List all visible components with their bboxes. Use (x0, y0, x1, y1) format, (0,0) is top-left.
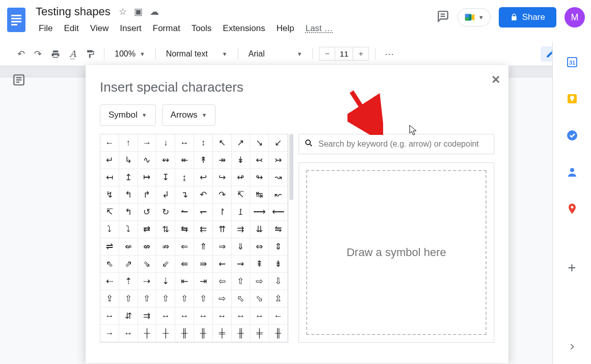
character-cell[interactable]: ↱ (138, 186, 157, 204)
character-cell[interactable]: ↖ (213, 134, 232, 152)
character-cell[interactable]: ┼ (138, 325, 157, 342)
character-cell[interactable]: ↴ (175, 186, 194, 204)
character-cell[interactable]: ↔ (232, 307, 251, 325)
meet-button[interactable]: ▼ (458, 8, 491, 26)
character-cell[interactable]: ↧ (156, 169, 175, 186)
character-cell[interactable]: ⇔ (250, 238, 269, 256)
character-cell[interactable]: ↥ (119, 169, 138, 186)
character-cell[interactable]: ↼ (175, 204, 194, 221)
character-cell[interactable]: ⇎ (138, 238, 157, 256)
character-cell[interactable]: ⇐ (175, 238, 194, 256)
character-cell[interactable]: ↑ (119, 134, 138, 152)
character-cell[interactable]: ↯ (100, 186, 119, 204)
character-cell[interactable]: ↸ (100, 204, 119, 221)
menu-edit[interactable]: Edit (59, 21, 84, 36)
print-button[interactable] (48, 47, 63, 61)
keep-app-icon[interactable] (566, 93, 578, 107)
character-cell[interactable]: ⇩ (269, 273, 288, 290)
character-cell[interactable]: ⇧ (119, 290, 138, 307)
menu-format[interactable]: Format (148, 21, 185, 36)
character-cell[interactable]: ↞ (175, 152, 194, 169)
decrease-font-button[interactable]: − (319, 49, 335, 59)
character-cell[interactable]: ⇟ (269, 256, 288, 273)
character-cell[interactable]: ∿ (138, 152, 157, 169)
character-cell[interactable]: ⇜ (213, 256, 232, 273)
character-cell[interactable]: ⇵ (119, 307, 138, 325)
character-cell[interactable]: ↳ (119, 152, 138, 169)
close-dialog-button[interactable]: ✕ (491, 73, 500, 87)
character-cell[interactable]: ← (269, 307, 288, 325)
character-cell[interactable]: ⇨ (250, 273, 269, 290)
character-cell[interactable]: ← (100, 134, 119, 152)
character-cell[interactable]: ⇌ (100, 238, 119, 256)
character-cell[interactable]: ↰ (119, 204, 138, 221)
character-cell[interactable]: ╫ (194, 325, 213, 342)
character-cell[interactable]: ↭ (156, 152, 175, 169)
character-cell[interactable]: ⟶ (250, 204, 269, 221)
character-cell[interactable]: ⇡ (119, 273, 138, 290)
character-cell[interactable]: ⇑ (194, 238, 213, 256)
character-cell[interactable]: ⇄ (138, 221, 157, 238)
font-select[interactable]: Arial ▼ (245, 49, 307, 59)
character-cell[interactable]: ↔ (175, 307, 194, 325)
search-input[interactable] (318, 139, 489, 149)
share-button[interactable]: Share (499, 7, 556, 27)
character-cell[interactable]: ↶ (194, 186, 213, 204)
character-cell[interactable]: ↔ (213, 307, 232, 325)
character-cell[interactable]: ⇅ (156, 221, 175, 238)
character-cell[interactable]: ⇧ (194, 290, 213, 307)
character-cell[interactable]: ↻ (156, 204, 175, 221)
character-cell[interactable]: ↹ (250, 186, 269, 204)
character-cell[interactable]: ╫ (175, 325, 194, 342)
character-cell[interactable]: ↠ (213, 152, 232, 169)
add-addon-button[interactable]: + (568, 260, 576, 276)
menu-insert[interactable]: Insert (115, 21, 147, 36)
character-cell[interactable]: → (138, 134, 157, 152)
menu-help[interactable]: Help (271, 21, 299, 36)
character-cell[interactable]: ↺ (138, 204, 157, 221)
hide-side-panel-button[interactable] (567, 342, 577, 354)
character-cell[interactable]: ⇪ (100, 290, 119, 307)
character-cell[interactable]: ⇆ (175, 221, 194, 238)
character-cell[interactable]: ↔ (119, 325, 138, 342)
character-cell[interactable]: ↔ (175, 134, 194, 152)
character-cell[interactable]: ╪ (213, 325, 232, 342)
comment-history-icon[interactable] (436, 10, 449, 25)
more-tools-button[interactable]: ⋯ (382, 46, 397, 62)
character-cell[interactable]: ╫ (232, 325, 251, 342)
character-cell[interactable]: ⇕ (269, 238, 288, 256)
character-cell[interactable]: ↽ (194, 204, 213, 221)
character-cell[interactable]: ↢ (250, 152, 269, 169)
character-cell[interactable]: ⇉ (232, 221, 251, 238)
character-cell[interactable]: ⇧ (232, 273, 251, 290)
character-cell[interactable]: ⟵ (269, 204, 288, 221)
maps-app-icon[interactable] (566, 203, 578, 217)
character-cell[interactable]: ⇦ (213, 273, 232, 290)
character-cell[interactable]: ⇢ (138, 273, 157, 290)
character-cell[interactable]: ↝ (269, 169, 288, 186)
character-cell[interactable]: ┼ (156, 325, 175, 342)
zoom-select[interactable]: 100% ▼ (111, 49, 149, 59)
character-cell[interactable]: ⬂ (250, 290, 269, 307)
character-cell[interactable]: ↔ (156, 307, 175, 325)
character-cell[interactable]: ⬁ (232, 290, 251, 307)
redo-button[interactable]: ↷ (31, 46, 45, 62)
character-cell[interactable]: ↜ (269, 186, 288, 204)
menu-extensions[interactable]: Extensions (218, 21, 270, 36)
character-cell[interactable]: → (100, 325, 119, 342)
character-cell[interactable]: ↤ (100, 169, 119, 186)
character-cell[interactable]: ↪ (213, 169, 232, 186)
character-cell[interactable]: ⇚ (175, 256, 194, 273)
character-cell[interactable]: ↡ (232, 152, 251, 169)
font-size-input[interactable] (335, 47, 353, 60)
character-cell[interactable]: ⇨ (213, 290, 232, 307)
tasks-app-icon[interactable] (566, 129, 578, 144)
paint-format-button[interactable] (83, 47, 98, 61)
character-cell[interactable]: ⇧ (156, 290, 175, 307)
character-cell[interactable]: ↩ (194, 169, 213, 186)
character-cell[interactable]: ↔ (250, 307, 269, 325)
subcategory-select[interactable]: Arrows ▼ (162, 104, 216, 126)
character-cell[interactable]: ╪ (250, 325, 269, 342)
character-cell[interactable]: ⇇ (194, 221, 213, 238)
paragraph-style-select[interactable]: Normal text ▼ (162, 49, 232, 59)
